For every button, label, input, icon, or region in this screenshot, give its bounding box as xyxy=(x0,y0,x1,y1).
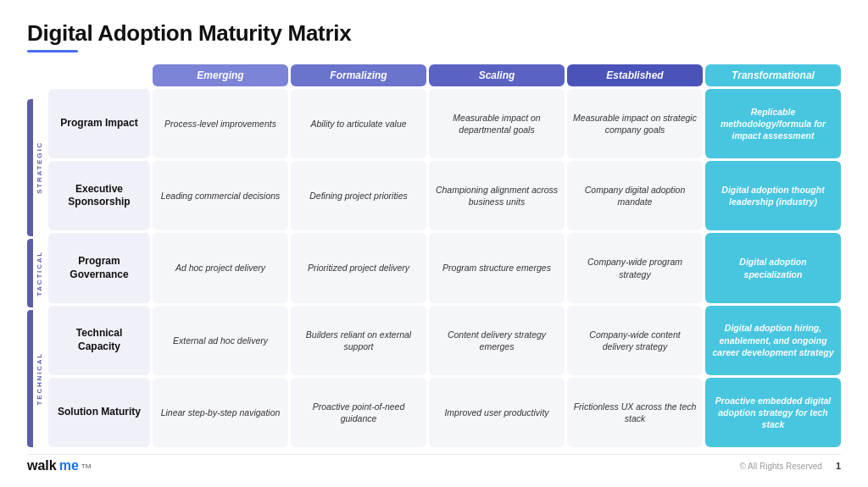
logo-me: me xyxy=(59,458,79,473)
row-label-program-impact: Program Impact xyxy=(48,89,150,158)
cell-es-emerging: Leading commercial decisions xyxy=(153,161,288,230)
table-row: Executive Sponsorship Leading commercial… xyxy=(48,161,841,230)
side-labels-column: STRATEGIC TACTICAL TECHNICAL xyxy=(27,99,46,447)
header-emerging: Emerging xyxy=(153,64,288,86)
cell-pg-established: Company-wide program strategy xyxy=(567,233,703,302)
header-scaling: Scaling xyxy=(429,64,565,86)
title-underline xyxy=(27,50,78,53)
strategic-bar xyxy=(27,99,33,236)
page-title: Digital Adoption Maturity Matrix xyxy=(27,20,841,47)
page: Digital Adoption Maturity Matrix STRATEG… xyxy=(0,0,868,487)
strategic-label: STRATEGIC xyxy=(36,141,43,194)
footer-logo: walk me TM xyxy=(27,458,91,473)
cell-es-scaling: Championing alignment across business un… xyxy=(429,161,565,230)
cell-tc-scaling: Content delivery strategy emerges xyxy=(429,306,565,375)
footer-copyright: © All Rights Reserved xyxy=(739,462,821,471)
side-and-grid: STRATEGIC TACTICAL TECHNICAL xyxy=(27,64,841,447)
footer-page-number: 1 xyxy=(836,461,841,471)
cell-pg-scaling: Program structure emerges xyxy=(429,233,565,302)
logo-text: walk xyxy=(27,458,57,473)
row-label-exec-sponsorship: Executive Sponsorship xyxy=(48,161,150,230)
tactical-text-wrap: TACTICAL xyxy=(33,239,46,307)
technical-label: TECHNICAL xyxy=(36,352,43,405)
header-empty xyxy=(48,64,150,86)
header-transformational: Transformational xyxy=(705,64,841,86)
cell-sm-transformational: Proactive embedded digital adoption stra… xyxy=(705,378,841,447)
cell-pi-formalizing: Ability to articulate value xyxy=(291,89,426,158)
cell-sm-emerging: Linear step-by-step navigation xyxy=(153,378,288,447)
tactical-label: TACTICAL xyxy=(36,251,43,296)
cell-pi-scaling: Measurable impact on departmental goals xyxy=(429,89,565,158)
matrix-container: STRATEGIC TACTICAL TECHNICAL xyxy=(27,64,841,447)
cell-pi-emerging: Process-level improvements xyxy=(153,89,288,158)
strategic-label-group: STRATEGIC xyxy=(27,99,46,236)
cell-pi-transformational: Replicable methodology/formula for impac… xyxy=(705,89,841,158)
header-formalizing: Formalizing xyxy=(291,64,426,86)
footer-right: © All Rights Reserved 1 xyxy=(739,461,841,471)
table-row: Solution Maturity Linear step-by-step na… xyxy=(48,378,841,447)
cell-tc-formalizing: Builders reliant on external support xyxy=(291,306,426,375)
row-label-solution-maturity: Solution Maturity xyxy=(48,378,150,447)
cell-pg-emerging: Ad hoc project delivery xyxy=(153,233,288,302)
row-label-technical-capacity: Technical Capacity xyxy=(48,306,150,375)
footer: walk me TM © All Rights Reserved 1 xyxy=(27,454,841,473)
cell-sm-formalizing: Proactive point-of-need guidance xyxy=(291,378,426,447)
cell-pi-established: Measurable impact on strategic company g… xyxy=(567,89,703,158)
row-label-program-governance: Program Governance xyxy=(48,233,150,302)
tactical-bar xyxy=(27,239,33,307)
title-section: Digital Adoption Maturity Matrix xyxy=(27,20,841,53)
technical-label-group: TECHNICAL xyxy=(27,310,46,447)
logo-tm: TM xyxy=(81,462,92,470)
technical-bar xyxy=(27,310,33,447)
table-row: Technical Capacity External ad hoc deliv… xyxy=(48,306,841,375)
header-established: Established xyxy=(567,64,703,86)
grid-section: Emerging Formalizing Scaling Established… xyxy=(48,64,841,447)
cell-es-formalizing: Defining project priorities xyxy=(291,161,426,230)
cell-sm-established: Frictionless UX across the tech stack xyxy=(567,378,703,447)
cell-tc-transformational: Digital adoption hiring, enablement, and… xyxy=(705,306,841,375)
cell-pg-formalizing: Prioritized project delivery xyxy=(291,233,426,302)
cell-es-transformational: Digital adoption thought leadership (ind… xyxy=(705,161,841,230)
table-row: Program Impact Process-level improvement… xyxy=(48,89,841,158)
cell-tc-emerging: External ad hoc delivery xyxy=(153,306,288,375)
header-row: Emerging Formalizing Scaling Established… xyxy=(48,64,841,86)
data-grid: Program Impact Process-level improvement… xyxy=(48,89,841,447)
cell-pg-transformational: Digital adoption specialization xyxy=(705,233,841,302)
strategic-text-wrap: STRATEGIC xyxy=(33,99,46,236)
technical-text-wrap: TECHNICAL xyxy=(33,310,46,447)
cell-tc-established: Company-wide content delivery strategy xyxy=(567,306,703,375)
table-row: Program Governance Ad hoc project delive… xyxy=(48,233,841,302)
tactical-label-group: TACTICAL xyxy=(27,239,46,307)
cell-es-established: Company digital adoption mandate xyxy=(567,161,703,230)
cell-sm-scaling: Improved user productivity xyxy=(429,378,565,447)
